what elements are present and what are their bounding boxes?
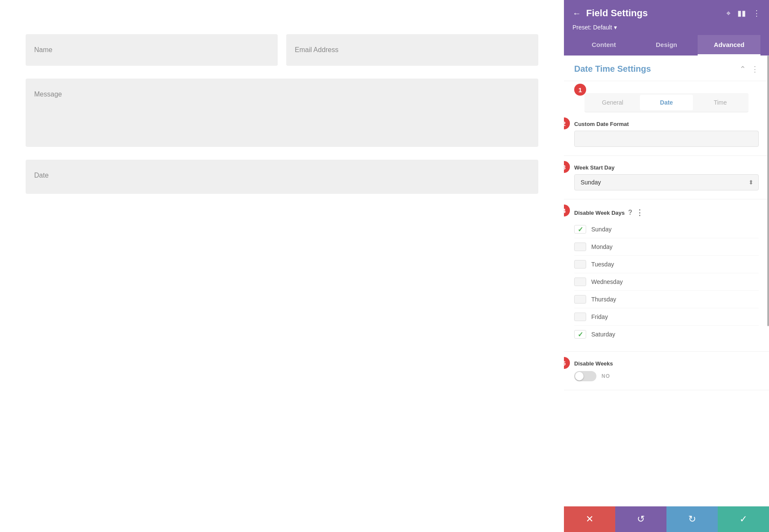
delete-button[interactable]: ✕ bbox=[564, 506, 615, 532]
step-badge-4: 4 bbox=[564, 205, 570, 216]
sunday-checkmark: ✓ bbox=[578, 225, 583, 234]
sunday-checkbox[interactable]: ✓ bbox=[574, 225, 586, 234]
panel-header: ← Field Settings ⌖ ▮▮ ⋮ Preset: Default … bbox=[564, 0, 769, 56]
target-icon[interactable]: ⌖ bbox=[726, 9, 731, 18]
wednesday-label: Wednesday bbox=[591, 278, 623, 285]
friday-checkbox[interactable] bbox=[574, 313, 586, 321]
day-saturday: ✓ Saturday bbox=[574, 326, 759, 343]
section-header-icons: ⌃ ⋮ bbox=[740, 64, 759, 74]
disable-weeks-label: Disable Weeks bbox=[574, 360, 759, 367]
day-monday: Monday bbox=[574, 238, 759, 256]
main-tabs: Content Design Advanced bbox=[572, 35, 760, 56]
tab-advanced[interactable]: Advanced bbox=[698, 35, 760, 56]
section-more-icon[interactable]: ⋮ bbox=[751, 64, 759, 74]
saturday-label: Saturday bbox=[591, 331, 615, 338]
disable-week-days-label: Disable Week Days ? ⋮ bbox=[574, 208, 759, 217]
saturday-checkbox[interactable]: ✓ bbox=[574, 330, 586, 339]
panel-actions: ✕ ↺ ↻ ✓ bbox=[564, 506, 769, 532]
week-start-day-select[interactable]: Sunday Monday Tuesday Wednesday Thursday… bbox=[574, 174, 759, 190]
form-area: Name Email Address Message Date bbox=[0, 0, 564, 532]
back-button[interactable]: ← bbox=[572, 9, 581, 18]
tab-design[interactable]: Design bbox=[635, 35, 698, 56]
message-field[interactable]: Message bbox=[26, 79, 538, 147]
week-start-day-section: 3 Week Start Day Sunday Monday Tuesday W… bbox=[564, 156, 769, 199]
monday-label: Monday bbox=[591, 243, 613, 250]
step-badge-2: 2 bbox=[564, 117, 570, 129]
week-start-day-wrapper: Sunday Monday Tuesday Wednesday Thursday… bbox=[574, 174, 759, 190]
form-row-1: Name Email Address bbox=[26, 34, 538, 66]
tab-content[interactable]: Content bbox=[572, 35, 635, 56]
week-start-day-label: Week Start Day bbox=[574, 164, 759, 171]
sub-tabs-container: 1 General Date Time bbox=[564, 81, 769, 112]
preset-arrow: ▾ bbox=[614, 24, 617, 31]
disable-weeks-section: 5 Disable Weeks NO bbox=[564, 352, 769, 390]
step-badge-3: 3 bbox=[564, 161, 570, 173]
step-badge-1: 1 bbox=[574, 84, 586, 96]
custom-date-format-label: Custom Date Format bbox=[574, 121, 759, 127]
date-field[interactable]: Date bbox=[26, 160, 538, 194]
sub-tab-time[interactable]: Time bbox=[694, 95, 747, 110]
scrollbar[interactable] bbox=[767, 56, 769, 326]
disable-days-more-icon[interactable]: ⋮ bbox=[636, 208, 643, 217]
columns-icon[interactable]: ▮▮ bbox=[737, 9, 746, 18]
form-row-3: Date bbox=[26, 160, 538, 194]
help-icon[interactable]: ? bbox=[628, 209, 632, 216]
checkbox-list: ✓ Sunday Monday Tuesday Wednesday bbox=[574, 221, 759, 343]
custom-date-format-section: 2 Custom Date Format bbox=[564, 112, 769, 156]
sunday-label: Sunday bbox=[591, 226, 611, 233]
redo-button[interactable]: ↻ bbox=[666, 506, 718, 532]
section-header: Date Time Settings ⌃ ⋮ bbox=[564, 56, 769, 81]
undo-button[interactable]: ↺ bbox=[615, 506, 666, 532]
section-title: Date Time Settings bbox=[574, 64, 651, 74]
friday-label: Friday bbox=[591, 313, 608, 320]
custom-date-format-input[interactable] bbox=[574, 131, 759, 147]
step-badge-5: 5 bbox=[564, 357, 570, 369]
day-tuesday: Tuesday bbox=[574, 256, 759, 273]
panel-title-row: ← Field Settings ⌖ ▮▮ ⋮ bbox=[572, 8, 760, 19]
sub-tabs: General Date Time bbox=[584, 93, 748, 112]
preset-row[interactable]: Preset: Default ▾ bbox=[572, 24, 760, 35]
panel-body: Date Time Settings ⌃ ⋮ 1 General Date Ti… bbox=[564, 56, 769, 506]
saturday-checkmark: ✓ bbox=[578, 330, 583, 339]
thursday-label: Thursday bbox=[591, 296, 616, 303]
name-field[interactable]: Name bbox=[26, 34, 278, 66]
wednesday-checkbox[interactable] bbox=[574, 278, 586, 286]
preset-label: Preset: Default bbox=[572, 24, 612, 31]
tuesday-label: Tuesday bbox=[591, 261, 614, 268]
disable-week-days-section: 4 Disable Week Days ? ⋮ ✓ Sunday Monday bbox=[564, 199, 769, 352]
tuesday-checkbox[interactable] bbox=[574, 260, 586, 269]
day-friday: Friday bbox=[574, 308, 759, 326]
toggle-value-label: NO bbox=[602, 373, 610, 379]
collapse-icon[interactable]: ⌃ bbox=[740, 64, 746, 74]
email-field[interactable]: Email Address bbox=[286, 34, 538, 66]
day-thursday: Thursday bbox=[574, 291, 759, 308]
panel-title-icons: ⌖ ▮▮ ⋮ bbox=[726, 9, 760, 18]
toggle-knob bbox=[575, 372, 584, 380]
thursday-checkbox[interactable] bbox=[574, 295, 586, 304]
monday-checkbox[interactable] bbox=[574, 243, 586, 251]
day-sunday: ✓ Sunday bbox=[574, 221, 759, 238]
day-wednesday: Wednesday bbox=[574, 273, 759, 291]
sub-tab-general[interactable]: General bbox=[586, 95, 639, 110]
more-options-icon[interactable]: ⋮ bbox=[753, 9, 760, 18]
save-button[interactable]: ✓ bbox=[718, 506, 769, 532]
form-row-2: Message bbox=[26, 79, 538, 147]
panel-title: Field Settings bbox=[586, 8, 648, 19]
sub-tab-date[interactable]: Date bbox=[640, 95, 693, 110]
toggle-row: NO bbox=[574, 371, 759, 381]
settings-panel: ← Field Settings ⌖ ▮▮ ⋮ Preset: Default … bbox=[564, 0, 769, 532]
panel-title-left: ← Field Settings bbox=[572, 8, 648, 19]
disable-weeks-toggle[interactable] bbox=[574, 371, 596, 381]
